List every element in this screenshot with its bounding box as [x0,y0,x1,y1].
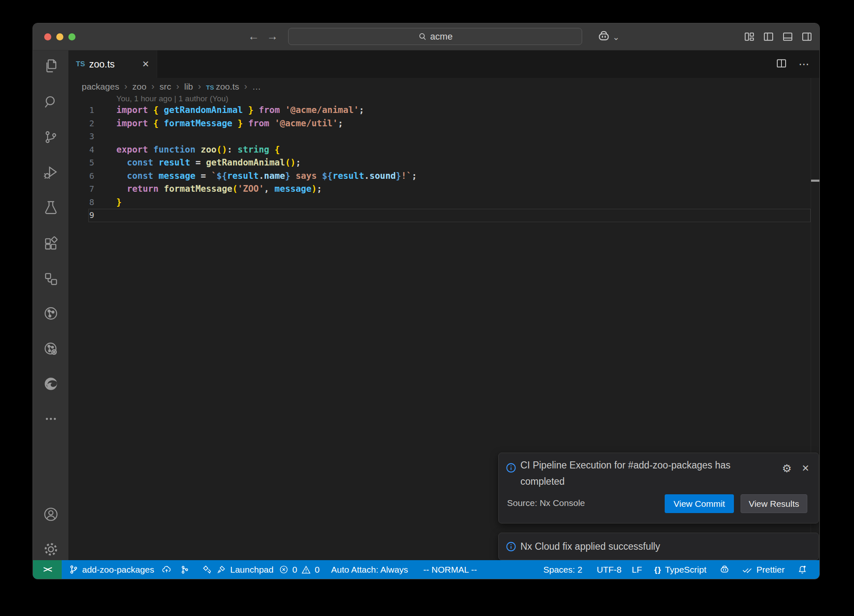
back-button[interactable]: ← [246,23,261,50]
code-line[interactable]: 9 [68,209,820,222]
command-center-search[interactable]: acme [288,28,582,45]
notification-ci-pipeline: CI Pipeline Execution for #add-zoo-packa… [498,453,819,523]
copilot-menu[interactable]: ⌄ [597,29,620,45]
code-text: const message = `${result.name} says ${r… [94,170,417,183]
source-control-branch-icon [69,565,78,574]
breadcrumb-item-src[interactable]: src [159,82,171,92]
activity-bar-item-more-views[interactable] [33,410,68,428]
copilot-icon [719,564,730,575]
git-blame-annotation: You, 1 hour ago | 1 author (You) [116,94,229,104]
code-text: const result = getRandomAnimal(); [94,156,301,170]
double-check-icon [742,564,753,575]
cloud-upload-icon [161,564,172,575]
toggle-secondary-sidebar-button[interactable] [800,29,814,44]
activity-bar-item-circle-branch-view[interactable] [33,304,68,323]
activity-bar-item-source-control[interactable] [33,128,68,146]
language-label: TypeScript [665,565,706,575]
line-number[interactable]: 8 [68,196,94,209]
notifications-bell-item[interactable] [797,560,808,579]
notification-settings-icon[interactable]: ⚙ [782,462,791,475]
notification-message: Nx Cloud fix applied successfully [520,533,660,561]
activity-bar-item-edge-devtools[interactable] [33,375,68,393]
encoding-item[interactable]: UTF-8 [597,560,622,579]
code-line[interactable]: 4export function zoo(): string { [68,143,820,157]
warning-icon [301,565,311,575]
code-editor[interactable]: 1import { getRandomAnimal } from '@acme/… [68,104,820,222]
split-editor-button[interactable] [775,57,788,71]
search-icon [43,94,59,110]
breadcrumb-item-packages[interactable]: packages [82,82,119,92]
git-graph-item[interactable] [180,560,190,579]
line-number[interactable]: 5 [68,156,94,170]
code-line[interactable]: 2import { formatMessage } from '@acme/ut… [68,117,820,130]
forward-button[interactable]: → [265,23,279,50]
tab-zoo-ts[interactable]: TS zoo.ts ✕ [68,50,157,78]
settings-icon [43,541,59,558]
more-actions-button[interactable]: ⋯ [799,58,810,71]
auto-attach-item[interactable]: Auto Attach: Always [331,560,408,579]
code-line[interactable]: 7 return formatMessage('ZOO', message); [68,183,820,196]
view-commit-button[interactable]: View Commit [665,494,734,513]
breadcrumb-item-zoo-ts[interactable]: TS zoo.ts [206,82,239,92]
line-number[interactable]: 6 [68,170,94,183]
code-text: return formatMessage('ZOO', message); [94,183,322,196]
eol-item[interactable]: LF [632,560,642,579]
indentation-item[interactable]: Spaces: 2 [543,560,582,579]
line-number[interactable]: 2 [68,117,94,130]
code-line[interactable]: 1import { getRandomAnimal } from '@acme/… [68,104,820,117]
breadcrumb-item--[interactable]: … [252,82,261,92]
activity-bar-item-settings[interactable] [33,540,68,558]
activity-bar-item-accounts[interactable] [33,505,68,523]
breadcrumb-separator: › [151,81,154,92]
activity-bar-item-hierarchy-view[interactable] [33,270,68,288]
launchpad-item[interactable]: Launchpad [202,560,274,579]
circle-branch-search-view-icon [43,341,59,357]
eol-label: LF [632,565,642,575]
line-number[interactable]: 1 [68,104,94,117]
more-views-icon [43,411,59,427]
maximize-window-button[interactable] [68,33,75,40]
notification-source: Source: Nx Console [507,498,585,508]
view-results-button[interactable]: View Results [741,494,807,513]
vim-mode-item[interactable]: -- NORMAL -- [423,560,477,579]
problems-item[interactable]: 0 0 [279,560,319,579]
line-number[interactable]: 7 [68,183,94,196]
minimize-window-button[interactable] [56,33,63,40]
launchpad-label: Launchpad [230,565,274,575]
copilot-status-item[interactable] [719,560,730,579]
line-number[interactable]: 9 [68,209,94,222]
git-branch-item[interactable]: add-zoo-packages [69,560,172,579]
breadcrumb: packages›zoo›src›lib›TS zoo.ts›… [82,78,261,95]
bell-icon [797,564,808,575]
activity-bar-item-search[interactable] [33,93,68,111]
code-text: import { formatMessage } from '@acme/uti… [94,117,343,130]
search-icon [418,32,427,41]
close-window-button[interactable] [44,33,51,40]
activity-bar-item-explorer[interactable] [33,57,68,75]
remote-indicator[interactable]: >< [33,560,62,579]
toggle-panel-button[interactable] [781,29,794,44]
code-line[interactable]: 8} [68,196,820,209]
copilot-icon [597,29,611,45]
activity-bar-item-extensions[interactable] [33,234,68,253]
code-line[interactable]: 5 const result = getRandomAnimal(); [68,156,820,170]
activity-bar-item-run-and-debug[interactable] [33,163,68,182]
activity-bar-item-circle-branch-search-view[interactable] [33,340,68,358]
code-text: import { getRandomAnimal } from '@acme/a… [94,104,364,117]
braces-icon: {} [654,565,661,574]
notification-close-icon[interactable]: ✕ [802,463,809,474]
code-line[interactable]: 3 [68,130,820,143]
line-number[interactable]: 3 [68,130,94,143]
prettier-item[interactable]: Prettier [742,560,785,579]
breadcrumb-item-zoo[interactable]: zoo [132,82,146,92]
customize-layout-button[interactable] [743,29,756,44]
toggle-sidebar-button[interactable] [762,29,775,44]
code-text: export function zoo(): string { [94,143,280,157]
line-number[interactable]: 4 [68,143,94,157]
activity-bar-item-testing[interactable] [33,198,68,217]
code-line[interactable]: 6 const message = `${result.name} says $… [68,170,820,183]
tab-close-icon[interactable]: ✕ [142,59,149,69]
breadcrumb-separator: › [124,81,127,92]
language-mode-item[interactable]: {} TypeScript [654,560,706,579]
breadcrumb-item-lib[interactable]: lib [184,82,193,92]
